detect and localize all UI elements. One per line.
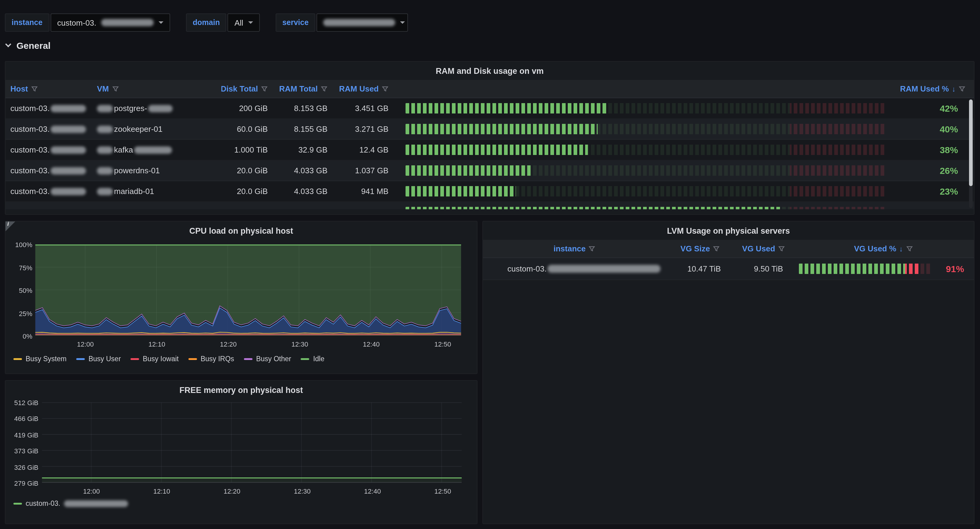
host-cell: custom-03. — [5, 181, 92, 201]
column-header-gauge[interactable] — [397, 80, 896, 98]
table-cell — [92, 202, 221, 209]
instance-text: custom-03. — [508, 264, 547, 273]
column-header-ram_used[interactable]: RAM Used — [336, 80, 397, 98]
row-title: General — [16, 40, 51, 51]
filter-icon[interactable] — [261, 85, 268, 92]
vm-text: powerdns-01 — [114, 166, 160, 175]
scrollbar-thumb[interactable] — [969, 99, 973, 186]
dashboard-row-general[interactable]: General — [6, 40, 51, 51]
filter-icon[interactable] — [906, 245, 913, 252]
gauge-cell — [397, 140, 896, 160]
redacted-text — [97, 125, 113, 133]
variable-service-label: service — [276, 13, 315, 32]
panel-cpu-load: i CPU load on physical host 100%75%50%25… — [5, 221, 477, 374]
column-label: VG Used % — [854, 244, 896, 253]
redacted-text — [51, 125, 86, 133]
panel-info-icon[interactable]: i — [5, 221, 15, 231]
filter-icon[interactable] — [112, 85, 119, 92]
table-cell — [896, 202, 974, 209]
filter-icon[interactable] — [778, 245, 785, 252]
legend-item[interactable]: Busy Other — [244, 355, 291, 362]
gauge-cell — [397, 161, 896, 181]
column-header-vg_used_pct[interactable]: VG Used %↓ — [793, 240, 974, 258]
table-row — [5, 202, 974, 209]
legend-item[interactable]: Busy System — [13, 355, 67, 362]
chevron-down-icon — [248, 21, 253, 24]
legend-item[interactable]: custom-03. — [13, 500, 128, 507]
redacted-text — [97, 146, 113, 153]
variable-instance-select[interactable]: custom-03. — [50, 13, 170, 32]
vm-cell: zookeeper-01 — [92, 119, 221, 139]
table-row: custom-03.mariadb-0120.0 GiB4.033 GB941 … — [5, 181, 974, 202]
column-header-instance[interactable]: instance — [483, 240, 666, 258]
filter-icon[interactable] — [589, 245, 595, 252]
variable-domain-select[interactable]: All — [228, 13, 260, 32]
table-row: custom-03.kafka1.000 TiB32.9 GB12.4 GB38… — [5, 140, 974, 161]
legend-color-swatch — [76, 358, 85, 360]
column-header-ram_total[interactable]: RAM Total — [276, 80, 336, 98]
lvm-table-body: custom-03.10.47 TiB9.50 TiB91% — [483, 258, 974, 280]
legend-label: Busy System — [25, 355, 67, 362]
variable-domain: domain All — [186, 13, 260, 32]
table-cell — [276, 202, 336, 209]
legend-label: custom-03. — [25, 500, 60, 507]
column-header-vg_size[interactable]: VG Size — [666, 240, 734, 258]
led-gauge — [406, 103, 886, 113]
redacted-text — [51, 167, 86, 174]
panel-free-memory: FREE memory on physical host 512 GiB466 … — [5, 380, 477, 524]
info-icon: i — [7, 221, 9, 227]
legend-item[interactable]: Idle — [301, 355, 325, 362]
ram-total-cell: 4.033 GB — [276, 181, 336, 201]
ram-table-body: custom-03.postgres-200 GiB8.153 GB3.451 … — [5, 98, 974, 209]
variable-instance: instance custom-03. — [5, 13, 170, 32]
table-row: custom-03.postgres-200 GiB8.153 GB3.451 … — [5, 98, 974, 119]
disk-total-cell: 20.0 GiB — [221, 161, 276, 181]
host-text: custom-03. — [10, 124, 50, 134]
variable-service-select[interactable] — [317, 13, 408, 32]
filter-icon[interactable] — [321, 85, 328, 92]
ram-total-cell: 4.033 GB — [276, 161, 336, 181]
panel-title[interactable]: RAM and Disk usage on vm — [5, 62, 974, 80]
panel-title[interactable]: LVM Usage on physical servers — [483, 221, 974, 240]
column-header-host[interactable]: Host — [5, 80, 92, 98]
column-header-disk_total[interactable]: Disk Total — [221, 80, 276, 98]
legend-item[interactable]: Busy IRQs — [188, 355, 234, 362]
filter-icon[interactable] — [959, 85, 966, 92]
scrollbar-track[interactable] — [969, 99, 973, 208]
vg-size-cell: 10.47 TiB — [666, 258, 734, 279]
column-header-vm[interactable]: VM — [92, 80, 221, 98]
host-cell: custom-03. — [5, 119, 92, 139]
chevron-down-icon — [5, 41, 11, 47]
legend-item[interactable]: Busy User — [76, 355, 121, 362]
filter-icon[interactable] — [382, 85, 388, 92]
sort-desc-icon: ↓ — [952, 84, 956, 93]
ram-used-cell: 3.271 GB — [336, 119, 397, 139]
legend-label: Busy IRQs — [200, 355, 234, 362]
column-header-vg_used[interactable]: VG Used — [734, 240, 793, 258]
redacted-text — [148, 105, 173, 112]
disk-total-cell: 20.0 GiB — [221, 181, 276, 201]
variable-instance-value: custom-03. — [57, 18, 96, 27]
legend-item[interactable]: Busy Iowait — [130, 355, 179, 362]
disk-total-cell: 60.0 GiB — [221, 119, 276, 139]
vm-text: postgres- — [114, 104, 147, 113]
ram-total-cell: 32.9 GB — [276, 140, 336, 160]
gauge-cell — [397, 202, 896, 209]
redacted-text — [134, 146, 172, 153]
led-gauge — [406, 186, 886, 196]
gauge-cell — [793, 258, 935, 279]
column-label: RAM Used % — [900, 84, 949, 93]
cpu-load-chart[interactable] — [5, 221, 477, 373]
cpu-legend: Busy SystemBusy UserBusy IowaitBusy IRQs… — [13, 355, 472, 362]
ram-used-pct-cell: 38% — [896, 140, 974, 160]
table-cell — [336, 202, 397, 209]
filter-icon[interactable] — [31, 85, 38, 92]
column-header-ram_used_pct[interactable]: RAM Used %↓ — [896, 80, 974, 98]
disk-total-cell: 1.000 TiB — [221, 140, 276, 160]
filter-icon[interactable] — [713, 245, 720, 252]
table-row-partial — [5, 202, 974, 209]
legend-label: Busy Iowait — [143, 355, 179, 362]
redacted-text — [51, 146, 86, 153]
grafana-dashboard: instance custom-03. domain All service G… — [0, 0, 980, 529]
ram-used-cell: 3.451 GB — [336, 98, 397, 118]
